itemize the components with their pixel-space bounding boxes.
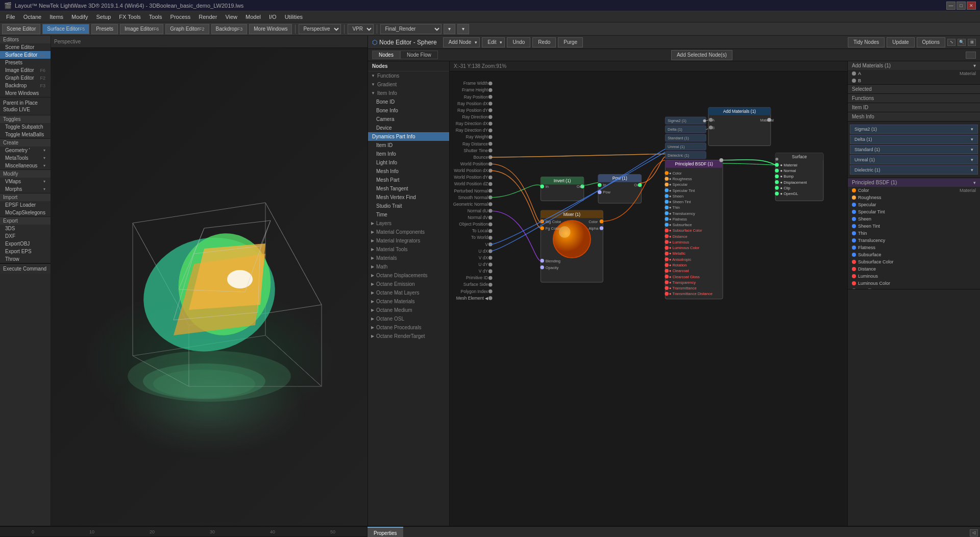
menu-octane[interactable]: Octane [19, 13, 45, 21]
ne-panel-group-materials[interactable]: Materials [368, 254, 449, 262]
ne-panel-group-gradient[interactable]: Gradient [368, 80, 449, 89]
ne-display-btn[interactable] [966, 52, 976, 59]
sidebar-header-toggles[interactable]: Toggles [0, 115, 51, 123]
sidebar-item-image-editor[interactable]: Image Editor F6 [0, 66, 51, 74]
scene-editor-button[interactable]: Scene Editor [2, 24, 40, 34]
sidebar-item-export-eps[interactable]: Export EPS [0, 248, 51, 255]
ne-panel-group-functions[interactable]: Functions [368, 71, 449, 80]
ne-panel-light-info[interactable]: Light Info [368, 158, 449, 167]
sidebar-item-parent-in-place[interactable]: Parent in Place Studio LIVE [0, 97, 51, 115]
sidebar-item-metatools[interactable]: MetaTools ▾ [0, 154, 51, 162]
menu-view[interactable]: View [221, 13, 241, 21]
sidebar-item-backdrop[interactable]: Backdrop F3 [0, 82, 51, 89]
ne-panel-group-octane-mat-layers[interactable]: Octane Mat Layers [368, 288, 449, 297]
menu-modify[interactable]: Modify [67, 13, 92, 21]
ne-panel-group-octane-emission[interactable]: Octane Emission [368, 280, 449, 288]
sidebar-item-toggle-subpatch[interactable]: Toggle Subpatch [0, 123, 51, 131]
ne-panel-group-octane-rt[interactable]: Octane RenderTarget [368, 332, 449, 340]
menu-render[interactable]: Render [194, 13, 221, 21]
ne-canvas[interactable]: X:-31 Y:138 Zoom:91% Frame Width Frame H… [450, 61, 847, 526]
ne-right-standard[interactable]: Standard (1) ▾ [850, 145, 978, 154]
sidebar-header-modify[interactable]: Modify [0, 170, 51, 178]
menu-items[interactable]: Items [45, 13, 67, 21]
ne-panel-nodes[interactable]: Nodes [368, 61, 449, 71]
sidebar-item-surface-editor[interactable]: Surface Editor F5 [0, 51, 51, 59]
sidebar-header-import[interactable]: Import [0, 193, 51, 201]
sidebar-item-execute-command[interactable]: Execute Command [0, 263, 51, 274]
render-dropdown-btn2[interactable]: ▾ [457, 24, 469, 34]
redo-button[interactable]: Redo [532, 37, 556, 47]
sidebar-item-presets[interactable]: Presets [0, 59, 51, 66]
menu-setup[interactable]: Setup [92, 13, 115, 21]
ne-panel-device[interactable]: Device [368, 124, 449, 132]
ne-panel-group-math[interactable]: Math [368, 262, 449, 271]
sidebar-item-toggle-metaballs[interactable]: Toggle MetaBalls [0, 131, 51, 138]
viewport-3d[interactable]: Perspective [51, 36, 368, 526]
sidebar-header-export[interactable]: Export [0, 217, 51, 225]
sidebar-item-morphs[interactable]: Morphs ▾ [0, 185, 51, 193]
sidebar-item-geometry[interactable]: Geometry ' ▾ [0, 147, 51, 154]
update-button[interactable]: Update [887, 37, 914, 47]
ne-panel-studio-trait[interactable]: Studio Trait [368, 202, 449, 210]
menu-tools[interactable]: Tools [145, 13, 166, 21]
undo-button[interactable]: Undo [507, 37, 530, 47]
ne-panel-group-octane-medium[interactable]: Octane Medium [368, 306, 449, 314]
ne-panel-group-octane-materials[interactable]: Octane Materials [368, 297, 449, 306]
props-tab-properties[interactable]: Properties [368, 527, 403, 537]
purge-button[interactable]: Purge [558, 37, 583, 47]
presets-button[interactable]: Presets [91, 24, 118, 34]
backdrop-button[interactable]: Backdrop F3 [211, 24, 248, 34]
ne-right-dielectric[interactable]: Dielectric (1) ▾ [850, 165, 978, 175]
ne-panel-bone-id[interactable]: Bone ID [368, 97, 449, 106]
graph-editor-button[interactable]: Graph Editor F2 [165, 24, 209, 34]
close-button[interactable]: ✕ [967, 2, 976, 10]
ne-panel-time[interactable]: Time [368, 210, 449, 219]
sidebar-item-miscellaneous[interactable]: Miscellaneous ▾ [0, 162, 51, 169]
options-button[interactable]: Options [917, 37, 945, 47]
ne-panel-group-octane-disp[interactable]: Octane Displacements [368, 271, 449, 280]
ne-panel-mesh-vertex-find[interactable]: Mesh Vertex Find [368, 193, 449, 202]
sidebar-item-more-windows[interactable]: More Windows [0, 89, 51, 97]
tab-nodes[interactable]: Nodes [372, 51, 400, 59]
maximize-button[interactable]: □ [957, 2, 966, 10]
sidebar-item-graph-editor[interactable]: Graph Editor F2 [0, 74, 51, 82]
view-type-select[interactable]: Perspective [299, 24, 341, 34]
sidebar-item-3ds[interactable]: 3DS [0, 225, 51, 232]
menu-io[interactable]: I/O [265, 13, 281, 21]
ne-right-principled-header[interactable]: Principled BSDF (1) ▾ [848, 178, 980, 187]
ne-panel-bone-info[interactable]: Bone Info [368, 106, 449, 115]
ne-panel-group-material-tools[interactable]: Material Tools [368, 245, 449, 254]
sidebar-item-throw[interactable]: Throw [0, 255, 51, 263]
viewport-canvas[interactable] [51, 48, 368, 526]
vpr-select[interactable]: VPR [348, 24, 374, 34]
ne-right-sigma2[interactable]: Sigma2 (1) ▾ [850, 125, 978, 134]
add-node-button[interactable]: Add Node [443, 37, 480, 47]
ne-panel-mesh-tangent[interactable]: Mesh Tangent [368, 184, 449, 193]
tidy-nodes-button[interactable]: Tidy Nodes [848, 37, 885, 47]
sidebar-item-epsf-loader[interactable]: EPSF Loader [0, 201, 51, 209]
surface-editor-button[interactable]: Surface Editor F5 [42, 24, 89, 34]
render-select[interactable]: Final_Render [380, 24, 442, 34]
ne-icon-btn1[interactable]: ⤡ [947, 39, 955, 46]
ne-panel-item-id[interactable]: Item ID [368, 141, 449, 150]
render-dropdown-btn[interactable]: ▾ [444, 24, 455, 34]
menu-file[interactable]: File [2, 13, 19, 21]
sidebar-item-dxf[interactable]: DXF [0, 232, 51, 240]
ne-icon-btn2[interactable]: 🔍 [958, 39, 966, 46]
menu-process[interactable]: Process [166, 13, 195, 21]
ne-panel-item-info2[interactable]: Item Info [368, 150, 449, 158]
ne-panel-group-material-components[interactable]: Material Components [368, 228, 449, 236]
ne-panel-dynamics-part-info[interactable]: Dynamics Part Info [368, 132, 449, 141]
ne-right-unreal[interactable]: Unreal (1) ▾ [850, 155, 978, 164]
sidebar-item-mocap[interactable]: MoCapSkelegons [0, 209, 51, 216]
minimize-button[interactable]: — [946, 2, 955, 10]
props-toggle-btn[interactable]: ◁ [970, 529, 978, 536]
menu-utilities[interactable]: Utilities [281, 13, 307, 21]
sidebar-header-create[interactable]: Create [0, 139, 51, 147]
ne-panel-mesh-info[interactable]: Mesh Info [368, 167, 449, 176]
ne-panel-camera[interactable]: Camera [368, 115, 449, 124]
more-windows-button[interactable]: More Windows [249, 24, 292, 34]
tab-node-flow[interactable]: Node Flow [400, 51, 438, 59]
ne-panel-group-layers[interactable]: Layers [368, 219, 449, 228]
sidebar-header-editors[interactable]: Editors [0, 36, 51, 43]
